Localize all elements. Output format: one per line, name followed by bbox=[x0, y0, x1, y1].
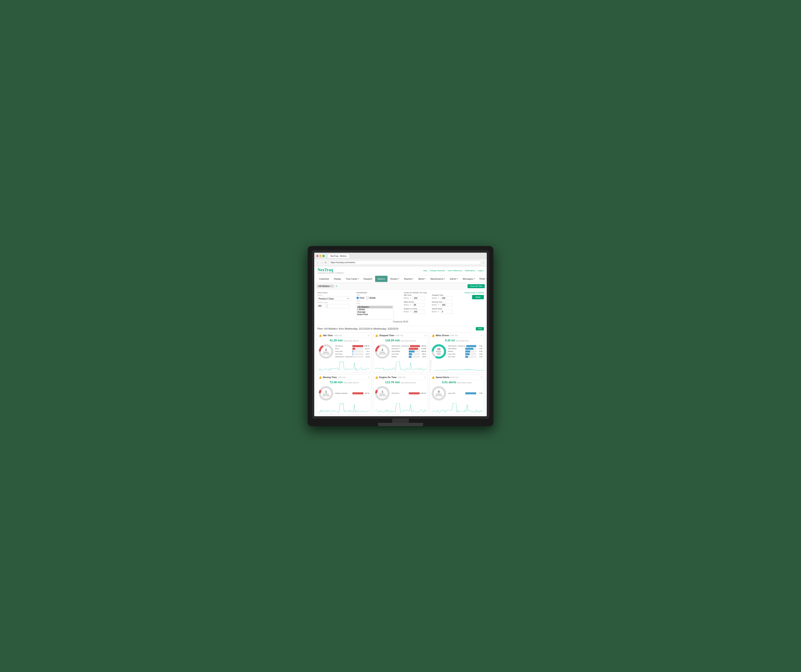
days-decrement[interactable]: ▼ bbox=[326, 306, 328, 308]
bar-track bbox=[352, 345, 363, 347]
add-tab-button[interactable]: + bbox=[336, 285, 337, 288]
close-button[interactable] bbox=[316, 255, 318, 257]
bookmark-icon[interactable]: ☆ bbox=[483, 261, 485, 264]
bar-name: ISE Demo? bbox=[391, 392, 408, 394]
help-link[interactable]: Help bbox=[423, 270, 427, 272]
nav-messages[interactable]: Messages ▾ bbox=[460, 276, 477, 282]
fleet-select[interactable]: <All Mobiles> 1 Mobile 2tsavage Active F… bbox=[356, 305, 394, 320]
fleet-radio[interactable] bbox=[356, 297, 359, 299]
bar-name: 4562184145 - Android De bbox=[335, 356, 353, 358]
miles-value-input[interactable] bbox=[412, 303, 425, 307]
change-password-link[interactable]: Change Password bbox=[430, 270, 445, 272]
expand-icon[interactable]: ⤢ bbox=[481, 376, 483, 379]
metric-value: 41.29 min Goal: below 100 min bbox=[317, 338, 371, 343]
bar-fill bbox=[465, 392, 476, 394]
bar-fill bbox=[352, 345, 363, 347]
back-button[interactable]: ← bbox=[316, 261, 319, 264]
stopped-value-input[interactable] bbox=[440, 296, 453, 300]
metric-chart-moving-time: 10/1612/18 bbox=[317, 402, 371, 415]
bar-fill bbox=[352, 350, 353, 352]
nav-admin[interactable]: Admin ▾ bbox=[447, 276, 460, 282]
metrics-grid: 👍 Idle Time Daily Avg. ⤢ 41.29 min Goal:… bbox=[314, 331, 487, 416]
print-button[interactable]: Print bbox=[476, 327, 484, 330]
expand-icon[interactable]: ⤢ bbox=[424, 376, 426, 379]
nav-dispatch[interactable]: Dispatch bbox=[361, 276, 375, 282]
speed-value-input[interactable] bbox=[440, 310, 453, 314]
forward-button[interactable]: → bbox=[320, 261, 323, 264]
bar-track bbox=[352, 348, 364, 350]
metric-body: 2 Mobiles Over Goal ISE Demo? 1253.31 Ec… bbox=[317, 343, 371, 360]
bar-track bbox=[466, 345, 476, 347]
time-frame-select[interactable]: Previous X Days bbox=[317, 297, 350, 301]
metric-header: 👍 Speed Alerts Daily Avg. ⤢ bbox=[430, 375, 484, 380]
bar-fill bbox=[410, 345, 420, 347]
bar-list: ISE Demo? 1281.61 bbox=[391, 392, 426, 394]
nav-fuel-cards[interactable]: Fuel Cards ▾ bbox=[344, 276, 361, 282]
donut-chart: 2 Mobiles Over Goal bbox=[318, 344, 333, 359]
previous-days-label: Previous Days: bbox=[317, 302, 350, 304]
metric-value: 72.48 min Goal: below 190 min bbox=[317, 380, 371, 385]
days-increment[interactable]: ▲ bbox=[326, 304, 328, 306]
active-tab-pill[interactable]: <All Mobiles> ✕ bbox=[316, 285, 335, 288]
nav-replay[interactable]: Replay bbox=[331, 276, 344, 282]
bar-item: 4542199552 168.48 bbox=[391, 350, 426, 352]
bar-track bbox=[465, 392, 476, 394]
speed-goal-label: Speed Alerts bbox=[432, 308, 443, 310]
expand-icon[interactable]: ⤢ bbox=[481, 334, 483, 337]
expand-icon[interactable]: ⤢ bbox=[368, 376, 370, 379]
nav-alerts[interactable]: Alerts ▾ bbox=[416, 276, 428, 282]
speed-below: Below bbox=[432, 310, 437, 313]
metric-card-idle-time: 👍 Idle Time Daily Avg. ⤢ 41.29 min Goal:… bbox=[317, 333, 372, 373]
nav-reports[interactable]: Reports ▾ bbox=[402, 276, 416, 282]
expand-icon[interactable]: ⤢ bbox=[368, 334, 370, 337]
metric-subtitle: Daily Avg. bbox=[450, 376, 459, 378]
nav-instaview[interactable]: InstaView bbox=[317, 276, 331, 282]
idle-value-input[interactable] bbox=[412, 296, 425, 300]
maximize-button[interactable] bbox=[323, 255, 325, 257]
mobile-radio[interactable] bbox=[366, 297, 369, 299]
moving-value-input[interactable] bbox=[440, 303, 453, 307]
reset-goals-link[interactable]: Reset Goals To Default bbox=[465, 292, 484, 294]
address-bar[interactable] bbox=[328, 260, 481, 265]
thumb-icon: 👍 bbox=[318, 376, 322, 379]
time-frame-group: Time Frame Options Previous X Days Previ… bbox=[317, 292, 350, 308]
fleet-radio-label[interactable]: Fleet bbox=[356, 297, 364, 299]
bar-name: ISE Demo? bbox=[335, 345, 352, 347]
bar-fill bbox=[465, 348, 473, 350]
nav-maintenance[interactable]: Maintenance ▾ bbox=[428, 276, 447, 282]
thumb-icon: 👍 bbox=[375, 376, 378, 379]
logout-link[interactable]: Logout bbox=[478, 270, 483, 272]
user-preferences-link[interactable]: User Preferences bbox=[448, 270, 462, 272]
bar-name: 4542199552 bbox=[448, 348, 465, 350]
moving-below: Below bbox=[432, 304, 437, 306]
fleet-mobile-label: Fleet/Mobile bbox=[356, 292, 397, 294]
bar-item: Ecto1 313.72 bbox=[335, 348, 370, 350]
speed-goal-row: Speed Alerts bbox=[432, 308, 459, 310]
expand-icon[interactable]: ⤢ bbox=[424, 334, 426, 337]
browser-tab[interactable]: NexTraq - Metrics bbox=[328, 254, 349, 258]
mobile-radio-label[interactable]: Mobile bbox=[366, 297, 376, 299]
metric-card-miles-driven: 👍 Miles Driven Daily Avg. ⤢ 0.32 mi Goal… bbox=[429, 333, 484, 373]
monitor-screen: NexTraq - Metrics ← → ↻ ☆ NexTraq A bbox=[314, 253, 487, 416]
bar-value: 79.44 bbox=[421, 356, 426, 358]
nav-metrics[interactable]: Metrics bbox=[375, 276, 387, 282]
reload-button[interactable]: ↻ bbox=[325, 261, 327, 264]
time-frame-label: Time Frame bbox=[317, 292, 350, 294]
bar-item: 4562184145 - Android De 329.25 bbox=[391, 345, 426, 347]
close-all-tabs-button[interactable]: Close All Tabs bbox=[468, 284, 485, 288]
nav-elogs[interactable]: Elogs ↗ bbox=[477, 276, 487, 282]
donut-sublabel: Mobiles Over Goal bbox=[379, 352, 386, 355]
minimize-button[interactable] bbox=[319, 255, 322, 257]
nav-routes[interactable]: Routes ▾ bbox=[388, 276, 402, 282]
idle-time-goal-label: Idle Time bbox=[404, 294, 415, 296]
bar-value: 0.91 bbox=[477, 345, 483, 347]
tab-close-icon[interactable]: ✕ bbox=[331, 285, 333, 287]
days-input[interactable] bbox=[317, 304, 326, 308]
notifications-link[interactable]: Notifications bbox=[465, 270, 475, 272]
filter-actions: Reset Goals To Default Apply bbox=[465, 292, 484, 299]
engine-value-input[interactable] bbox=[412, 310, 425, 314]
fleet-radio-text: Fleet bbox=[360, 297, 364, 299]
apply-button[interactable]: Apply bbox=[472, 295, 484, 299]
tabs-bar: <All Mobiles> ✕ + Close All Tabs bbox=[314, 283, 487, 289]
engine-goal-label: Engine On Time bbox=[404, 308, 417, 310]
